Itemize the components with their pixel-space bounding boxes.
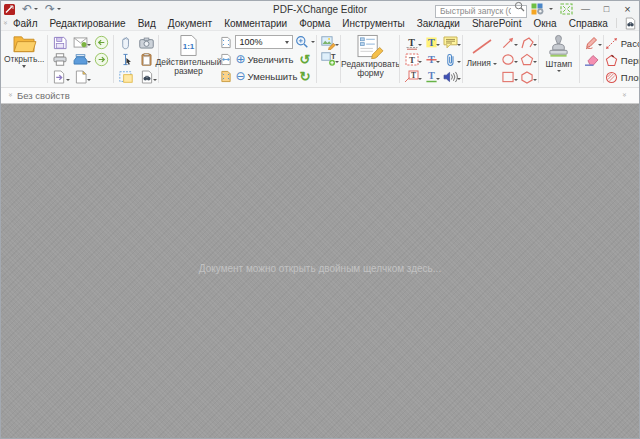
menu-file[interactable]: Файл xyxy=(7,18,44,29)
actual-size-button[interactable]: 1:1 Действительный размер xyxy=(160,32,216,76)
maximize-button[interactable]: □ xyxy=(598,3,615,16)
redo-icon[interactable]: ↷ xyxy=(44,3,56,15)
toolbar-collapse-icon[interactable]: » xyxy=(2,21,8,25)
line-tool-button[interactable]: Линия xyxy=(464,32,498,68)
hand-tool-button[interactable] xyxy=(115,34,136,51)
app-window: ↶ ↷ PDF-XChange Editor — □ × xyxy=(0,0,640,439)
menu-comments[interactable]: Комментарии xyxy=(218,18,293,29)
pentagon-tool-button[interactable] xyxy=(518,51,537,68)
fit-page-button[interactable] xyxy=(216,34,235,51)
sticky-note-button[interactable] xyxy=(440,34,461,51)
print-button[interactable] xyxy=(49,51,70,68)
area-tool-button[interactable]: Площадь xyxy=(605,69,639,86)
perimeter-tool-button[interactable]: Периметр xyxy=(605,52,639,69)
fullscreen-mode-icon[interactable] xyxy=(560,3,573,15)
customize-dropdown-arrow-icon[interactable] xyxy=(549,8,553,10)
main-toolbar: Открыть... xyxy=(1,30,639,88)
scan-button[interactable] xyxy=(70,51,91,68)
select-comments-button[interactable] xyxy=(136,51,157,68)
redo-dropdown-arrow-icon[interactable] xyxy=(57,8,61,10)
svg-text:T: T xyxy=(428,70,435,81)
app-logo-icon xyxy=(4,4,15,15)
previous-view-button[interactable] xyxy=(91,34,112,51)
typewriter-button[interactable]: T xyxy=(401,34,422,51)
search-document-button[interactable] xyxy=(136,69,157,86)
distance-tool-button[interactable]: Расстояние xyxy=(605,35,639,52)
stamp-button[interactable]: Штамп xyxy=(540,32,578,72)
text-box-button[interactable]: T xyxy=(401,51,422,68)
window-title: PDF-XChange Editor xyxy=(273,4,367,15)
divider xyxy=(579,35,580,83)
underline-text-button[interactable]: T xyxy=(422,68,440,85)
find-button[interactable]: Найти... xyxy=(621,17,640,30)
menu-form[interactable]: Форма xyxy=(293,18,336,29)
zoom-out-button[interactable]: Уменьшить xyxy=(248,71,298,82)
stamp-icon xyxy=(546,34,571,59)
area-label: Площадь xyxy=(621,72,639,83)
edit-content-button[interactable] xyxy=(318,34,339,51)
rotate-cw-button[interactable]: ↻ xyxy=(300,70,311,83)
divider xyxy=(538,35,539,83)
fit-visible-button[interactable] xyxy=(216,68,235,85)
zoom-level-combo[interactable]: 100% xyxy=(235,35,293,49)
new-document-button[interactable] xyxy=(70,69,91,86)
menu-view[interactable]: Вид xyxy=(132,18,162,29)
select-region-button[interactable] xyxy=(115,69,136,86)
save-button[interactable] xyxy=(49,34,70,51)
divider xyxy=(113,35,114,83)
minimize-button[interactable]: — xyxy=(577,3,594,16)
open-button[interactable]: Открыть... xyxy=(2,32,46,68)
customize-ui-icon[interactable] xyxy=(531,3,545,15)
polyline-tool-button[interactable] xyxy=(518,34,537,51)
pencil-tool-button[interactable] xyxy=(581,34,602,51)
polygon-tool-button[interactable] xyxy=(518,69,537,86)
oval-tool-button[interactable] xyxy=(499,51,518,68)
menu-tools[interactable]: Инструменты xyxy=(336,18,410,29)
zoom-in-button[interactable]: Увеличить xyxy=(248,54,298,65)
svg-text:T: T xyxy=(408,36,415,47)
properties-overflow-icon[interactable]: » xyxy=(621,93,627,99)
line-dropdown-arrow-icon xyxy=(493,63,497,65)
fit-width-button[interactable] xyxy=(216,51,235,68)
callout-button[interactable]: T xyxy=(401,68,422,85)
sound-comment-button[interactable] xyxy=(440,68,461,85)
menu-sharepoint[interactable]: SharePoint xyxy=(466,18,527,29)
next-view-button[interactable] xyxy=(91,51,112,68)
svg-text:T: T xyxy=(411,71,416,80)
snapshot-camera-button[interactable] xyxy=(136,34,157,51)
highlight-text-button[interactable]: T xyxy=(422,34,440,51)
edit-form-button[interactable]: Редактировать форму xyxy=(342,32,398,78)
add-content-button[interactable]: T xyxy=(318,51,339,68)
undo-icon[interactable]: ↶ xyxy=(21,3,33,15)
properties-collapse-icon[interactable]: » xyxy=(7,93,13,99)
document-canvas[interactable]: Документ можно открыть двойным щелчком з… xyxy=(1,104,639,438)
perimeter-icon xyxy=(605,54,618,67)
menu-bookmarks[interactable]: Закладки xyxy=(411,18,466,29)
edit-form-icon xyxy=(356,34,385,59)
menu-edit[interactable]: Редактирование xyxy=(44,18,132,29)
rotate-ccw-button[interactable]: ↺ xyxy=(300,53,311,66)
eraser-tool-button[interactable] xyxy=(581,51,602,68)
menu-help[interactable]: Справка xyxy=(563,18,614,29)
email-button[interactable] xyxy=(70,34,91,51)
actual-size-icon: 1:1 xyxy=(179,34,198,57)
edit-form-label: Редактировать форму xyxy=(341,60,400,78)
rectangle-tool-button[interactable] xyxy=(499,69,518,86)
zoom-tool-dropdown-arrow-icon[interactable] xyxy=(311,41,315,43)
stamp-label: Штамп xyxy=(545,60,572,69)
menu-windows[interactable]: Окна xyxy=(527,18,562,29)
empty-cell xyxy=(91,69,112,86)
undo-dropdown-arrow-icon[interactable] xyxy=(34,8,38,10)
attach-file-button[interactable] xyxy=(440,51,461,68)
area-icon xyxy=(605,71,618,84)
add-content-dropdown-arrow-icon xyxy=(335,61,339,63)
export-button[interactable] xyxy=(49,69,70,86)
select-text-button[interactable] xyxy=(115,51,136,68)
strikeout-text-button[interactable]: T xyxy=(422,51,440,68)
zoom-combo-dropdown-arrow-icon xyxy=(285,41,289,44)
menu-document[interactable]: Документ xyxy=(162,18,218,29)
zoom-tool-icon[interactable] xyxy=(295,35,309,49)
find-document-icon xyxy=(625,17,636,30)
close-button[interactable]: × xyxy=(619,3,636,16)
arrow-tool-button[interactable] xyxy=(499,34,518,51)
